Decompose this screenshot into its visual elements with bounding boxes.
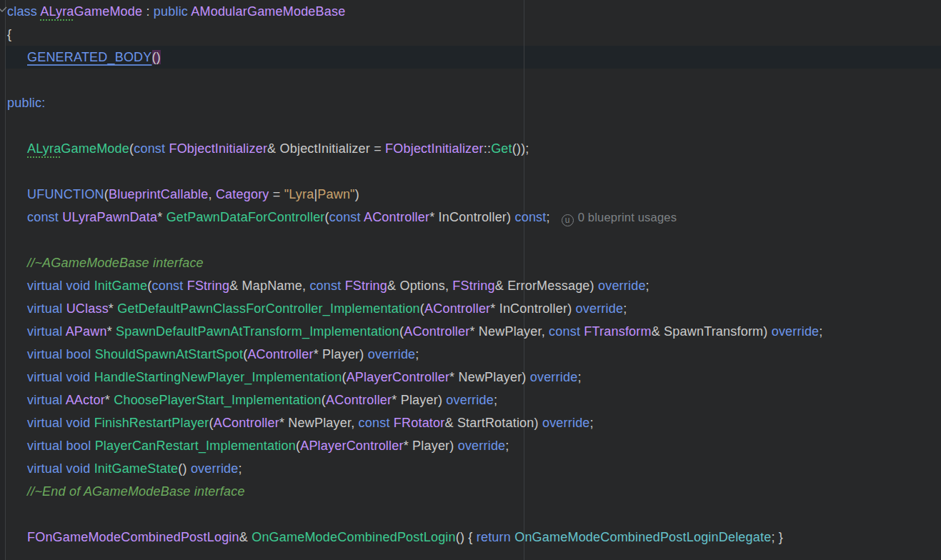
token-method: GameMode — [61, 141, 129, 156]
token-method: FinishRestartPlayer — [94, 416, 209, 430]
token-keyword: const — [359, 416, 394, 430]
token-type: FRotator — [394, 416, 445, 430]
code-line[interactable]: public: — [0, 91, 941, 114]
token-plain: & StartRotation) — [444, 416, 542, 430]
token-type: APlayerController — [300, 439, 403, 453]
token-keyword: const — [549, 324, 584, 339]
code-line[interactable]: virtual void InitGame(const FString& Map… — [0, 274, 941, 297]
code-line[interactable]: virtual void InitGameState() override; — [0, 457, 941, 480]
token-keyword: virtual — [27, 393, 66, 407]
code-line[interactable]: UFUNCTION(BlueprintCallable, Category = … — [0, 183, 941, 206]
code-line[interactable] — [0, 69, 941, 91]
token-keyword: const — [27, 210, 62, 224]
token-type: FString — [345, 279, 387, 293]
code-line[interactable]: //~AGameModeBase interface — [0, 251, 941, 274]
token-plain: ; — [494, 393, 497, 407]
token-plain: & — [239, 530, 252, 544]
token-plain: () — [152, 50, 161, 64]
unreal-blueprint-icon: u — [562, 214, 574, 226]
token-plain: * — [107, 324, 116, 339]
token-keyword: override — [368, 347, 416, 361]
token-plain: & ErrorMessage) — [495, 279, 598, 293]
code-line[interactable]: virtual AActor* ChoosePlayerStart_Implem… — [0, 389, 941, 411]
code-line[interactable]: class ALyraGameMode : public AModularGam… — [0, 0, 941, 23]
code-line[interactable]: virtual UClass* GetDefaultPawnClassForCo… — [0, 297, 941, 320]
token-plain: ) — [355, 187, 359, 201]
token-method: PlayerCanRestart_Implementation — [95, 439, 296, 453]
token-plain: ; } — [771, 530, 783, 544]
token-type: APawn — [66, 324, 107, 339]
token-method: GetPawnDataForController — [166, 210, 325, 224]
token-type: AActor — [66, 393, 105, 407]
code-line[interactable] — [0, 114, 941, 137]
token-plain: () { — [456, 530, 477, 544]
code-line[interactable]: const ULyraPawnData* GetPawnDataForContr… — [0, 206, 941, 229]
token-keyword: const — [151, 279, 186, 293]
token-type: APlayerController — [347, 370, 449, 384]
token-type: ALyra — [40, 4, 74, 19]
editor-gutter[interactable] — [0, 0, 6, 560]
token-plain: * — [157, 210, 166, 224]
fold-arrow-icon[interactable] — [0, 4, 8, 16]
token-keyword: override — [598, 279, 646, 293]
code-line[interactable]: virtual void FinishRestartPlayer(AContro… — [0, 411, 941, 434]
token-plain: * — [105, 393, 114, 407]
token-plain: ; — [239, 461, 242, 476]
code-line[interactable] — [0, 229, 941, 251]
code-line[interactable]: virtual bool ShouldSpawnAtStartSpot(ACon… — [0, 343, 941, 366]
token-plain: * Player) — [404, 439, 458, 453]
token-plain: { — [7, 27, 11, 41]
code-line[interactable]: { — [0, 23, 941, 46]
token-plain: * InController) — [490, 301, 575, 316]
token-plain: * NewPlayer, — [279, 416, 359, 430]
token-method: OnGameModeCombinedPostLogin — [252, 530, 456, 544]
token-method: ChoosePlayerStart_Implementation — [114, 393, 322, 407]
token-plain: & SpawnTransform) — [652, 324, 772, 339]
token-string: Pawn" — [317, 187, 354, 201]
code-line[interactable]: virtual APawn* SpawnDefaultPawnAtTransfo… — [0, 320, 941, 343]
token-keyword: const — [329, 210, 364, 224]
code-line[interactable]: FOnGameModeCombinedPostLogin& OnGameMode… — [0, 526, 941, 549]
token-field: OnGameModeCombinedPostLoginDelegate — [514, 530, 771, 544]
token-plain: ; — [415, 347, 419, 361]
code-editor[interactable]: class ALyraGameMode : public AModularGam… — [0, 0, 941, 549]
code-line[interactable] — [0, 503, 941, 526]
code-line[interactable]: ALyraGameMode(const FObjectInitializer& … — [0, 137, 941, 160]
code-line[interactable] — [0, 160, 941, 183]
token-type: FObjectInitializer — [169, 141, 267, 156]
code-line[interactable]: virtual bool PlayerCanRestart_Implementa… — [0, 434, 941, 457]
token-plain: () — [178, 461, 191, 476]
token-keyword: virtual bool — [27, 439, 95, 453]
token-string: "Lyra — [284, 187, 314, 201]
token-keyword: virtual void — [27, 416, 94, 430]
token-keyword: virtual — [27, 301, 66, 316]
token-plain: & Options, — [387, 279, 452, 293]
token-type: AController — [364, 210, 429, 224]
token-keyword: UFUNCTION — [27, 187, 104, 201]
token-comment: //~End of AGameModeBase interface — [27, 484, 245, 499]
token-plain: ; — [577, 370, 581, 384]
blueprint-usages-hint[interactable]: u0 blueprint usages — [562, 206, 677, 229]
token-plain: & ObjectInitializer = — [267, 141, 385, 156]
token-plain: , — [208, 187, 215, 201]
token-plain: * Player) — [392, 393, 446, 407]
code-line[interactable]: GENERATED_BODY() — [0, 46, 941, 69]
token-type: UClass — [66, 301, 109, 316]
token-plain: ; — [623, 301, 627, 316]
token-keyword: override — [446, 393, 494, 407]
token-keyword: const — [134, 141, 169, 156]
token-method: SpawnDefaultPawnAtTransform_Implementati… — [116, 324, 399, 339]
token-type: AController — [424, 301, 490, 316]
code-line[interactable]: virtual void HandleStartingNewPlayer_Imp… — [0, 366, 941, 389]
token-type: AController — [247, 347, 313, 361]
token-type: AController — [404, 324, 469, 339]
token-keyword: virtual — [27, 324, 66, 339]
token-keyword: const — [309, 279, 344, 293]
token-plain: :: — [484, 141, 491, 156]
token-plain: & MapName, — [229, 279, 309, 293]
token-keyword: GENERATED_BODY — [27, 50, 152, 64]
token-plain: * NewPlayer) — [449, 370, 530, 384]
code-line[interactable]: //~End of AGameModeBase interface — [0, 480, 941, 503]
token-type: FString — [187, 279, 229, 293]
token-keyword: override — [530, 370, 578, 384]
